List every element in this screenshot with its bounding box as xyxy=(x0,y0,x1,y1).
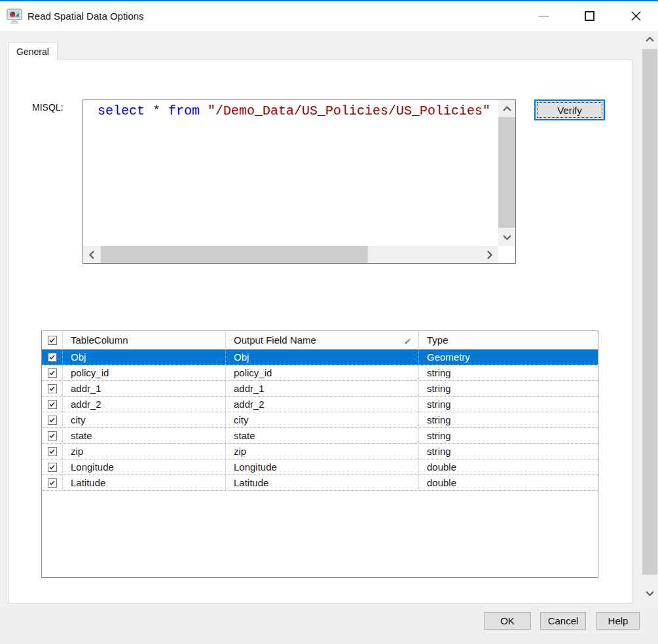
minimize-button[interactable] xyxy=(528,1,558,31)
header-output-field-name[interactable]: Output Field Name xyxy=(225,331,418,349)
row-checkbox[interactable] xyxy=(48,447,57,456)
check-icon xyxy=(48,432,56,439)
close-icon xyxy=(631,10,642,22)
ok-button[interactable]: OK xyxy=(484,612,531,630)
row-checkbox-cell xyxy=(42,428,62,443)
row-checkbox[interactable] xyxy=(48,463,57,472)
cell-type: double xyxy=(418,475,598,490)
sql-operator: * xyxy=(145,103,168,118)
maximize-button[interactable] xyxy=(574,1,604,31)
scroll-down-button[interactable] xyxy=(498,229,515,246)
check-icon xyxy=(48,401,56,408)
check-icon xyxy=(48,336,56,344)
tab-general[interactable]: General xyxy=(8,42,58,60)
dialog-footer: OK Cancel Help xyxy=(0,603,658,644)
sql-keyword: from xyxy=(168,103,200,118)
scroll-up-button[interactable] xyxy=(498,100,515,117)
cell-output-field-name[interactable]: addr_1 xyxy=(225,381,418,396)
window-title: Read Spatial Data Options xyxy=(27,10,144,22)
table-row[interactable]: ObjObjGeometry xyxy=(42,349,598,365)
cell-output-field-name[interactable]: policy_id xyxy=(225,365,418,380)
cell-output-field-name[interactable]: Latitude xyxy=(225,475,418,490)
table-row[interactable]: LongitudeLongitudedouble xyxy=(42,459,598,475)
cell-output-field-name[interactable]: zip xyxy=(225,444,418,459)
check-icon xyxy=(48,479,56,486)
tab-general-label: General xyxy=(16,46,49,57)
table-row[interactable]: policy_idpolicy_idstring xyxy=(42,365,598,381)
general-tab-panel: MISQL: select * from "/Demo_Data/US_Poli… xyxy=(8,60,632,603)
cell-table-column: policy_id xyxy=(62,365,225,380)
editor-horizontal-scrollbar[interactable] xyxy=(83,246,498,263)
read-spatial-data-options-dialog: Read Spatial Data Options General MISQL:… xyxy=(0,0,658,644)
scrollbar-thumb[interactable] xyxy=(498,117,515,228)
chevron-down-icon xyxy=(645,590,655,597)
editor-vertical-scrollbar[interactable] xyxy=(498,100,515,246)
scroll-left-button[interactable] xyxy=(83,246,100,263)
cell-output-field-name[interactable]: state xyxy=(225,428,418,443)
check-icon xyxy=(48,448,56,455)
check-icon xyxy=(48,463,56,471)
cell-table-column: zip xyxy=(62,444,225,459)
header-type[interactable]: Type xyxy=(418,331,598,349)
scroll-down-button[interactable] xyxy=(642,585,657,602)
table-row[interactable]: addr_2addr_2string xyxy=(42,397,598,412)
dialog-vertical-scrollbar[interactable] xyxy=(642,31,657,602)
sql-keyword: select xyxy=(98,103,145,118)
check-icon xyxy=(48,353,56,361)
row-checkbox[interactable] xyxy=(48,431,57,440)
close-button[interactable] xyxy=(621,1,651,31)
cell-output-field-name[interactable]: city xyxy=(225,412,418,427)
app-icon xyxy=(7,9,24,27)
scroll-right-button[interactable] xyxy=(481,246,498,263)
columns-table: TableColumn Output Field Name Type ObjOb… xyxy=(41,331,598,578)
cell-type: string xyxy=(418,381,598,396)
cancel-button[interactable]: Cancel xyxy=(540,612,586,630)
row-checkbox[interactable] xyxy=(48,400,57,409)
table-row[interactable]: LatitudeLatitudedouble xyxy=(42,475,598,491)
row-checkbox[interactable] xyxy=(48,353,57,362)
misql-label: MISQL: xyxy=(32,102,63,113)
row-checkbox[interactable] xyxy=(48,384,57,393)
scroll-up-button[interactable] xyxy=(642,31,657,48)
edit-pencil-icon xyxy=(404,336,412,347)
row-checkbox[interactable] xyxy=(48,368,57,378)
check-icon xyxy=(48,369,56,376)
row-checkbox[interactable] xyxy=(48,478,57,488)
row-checkbox-cell xyxy=(42,444,62,459)
misql-editor[interactable]: select * from "/Demo_Data/US_Policies/US… xyxy=(82,99,516,264)
table-row[interactable]: citycitystring xyxy=(42,412,598,428)
maximize-icon xyxy=(585,11,594,21)
row-checkbox-cell xyxy=(42,412,62,427)
table-row[interactable]: statestatestring xyxy=(42,428,598,444)
scrollbar-thumb[interactable] xyxy=(101,246,368,263)
row-checkbox-cell xyxy=(42,459,62,474)
misql-query-text: select * from "/Demo_Data/US_Policies/US… xyxy=(83,100,498,246)
cell-table-column: addr_2 xyxy=(62,397,225,412)
cell-table-column: state xyxy=(62,428,225,443)
select-all-checkbox-cell[interactable] xyxy=(42,331,62,349)
cell-table-column: Latitude xyxy=(62,475,225,490)
minimize-icon xyxy=(538,16,549,17)
cell-output-field-name[interactable]: Longitude xyxy=(225,459,418,474)
row-checkbox-cell xyxy=(42,475,62,490)
table-row[interactable]: zipzipstring xyxy=(42,444,598,459)
header-table-column[interactable]: TableColumn xyxy=(62,331,225,349)
cell-type: string xyxy=(418,444,598,459)
sql-string-literal: "/Demo_Data/US_Policies/US_Policies" xyxy=(200,103,490,118)
check-icon xyxy=(48,385,56,392)
table-header-row: TableColumn Output Field Name Type xyxy=(42,331,598,349)
check-icon xyxy=(48,416,56,423)
cell-output-field-name[interactable]: addr_2 xyxy=(225,397,418,412)
verify-button[interactable]: Verify xyxy=(534,99,605,120)
help-button[interactable]: Help xyxy=(596,612,640,630)
cell-output-field-name[interactable]: Obj xyxy=(225,349,418,365)
row-checkbox-cell xyxy=(42,349,62,365)
scrollbar-thumb[interactable] xyxy=(642,49,657,575)
cell-type: Geometry xyxy=(418,349,598,365)
table-row[interactable]: addr_1addr_1string xyxy=(42,381,598,397)
row-checkbox[interactable] xyxy=(48,416,57,425)
select-all-checkbox[interactable] xyxy=(48,336,57,345)
row-checkbox-cell xyxy=(42,365,62,380)
header-type-label: Type xyxy=(427,334,448,346)
cell-type: string xyxy=(418,428,598,443)
